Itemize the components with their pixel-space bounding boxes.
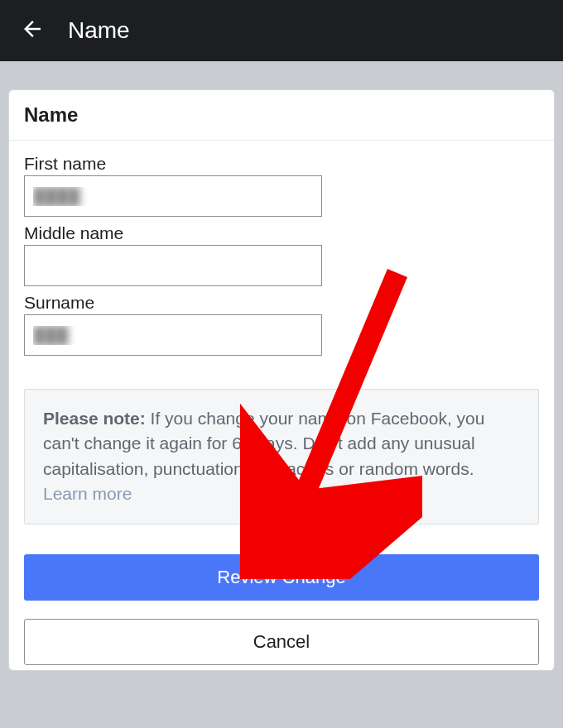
- note-strong: Please note:: [43, 409, 146, 428]
- note-box: Please note: If you change your name on …: [24, 389, 539, 524]
- surname-input[interactable]: [24, 314, 322, 356]
- page-title: Name: [68, 17, 130, 44]
- top-bar: Name: [0, 0, 563, 61]
- middle-name-input[interactable]: [24, 245, 322, 286]
- first-name-label: First name: [24, 154, 539, 174]
- surname-label: Surname: [24, 293, 539, 313]
- back-arrow-icon[interactable]: [20, 17, 45, 45]
- name-form: First name Middle name Surname: [9, 141, 554, 371]
- middle-name-label: Middle name: [24, 223, 539, 243]
- card-title: Name: [24, 103, 539, 127]
- button-area: Review Change Cancel: [9, 539, 554, 670]
- first-name-input[interactable]: [24, 175, 322, 217]
- learn-more-link[interactable]: Learn more: [43, 484, 132, 503]
- cancel-button[interactable]: Cancel: [24, 619, 539, 665]
- name-card: Name First name Middle name Surname Plea…: [8, 89, 555, 671]
- card-header: Name: [9, 90, 554, 141]
- page-body: Name First name Middle name Surname Plea…: [0, 61, 563, 679]
- review-change-button[interactable]: Review Change: [24, 554, 539, 601]
